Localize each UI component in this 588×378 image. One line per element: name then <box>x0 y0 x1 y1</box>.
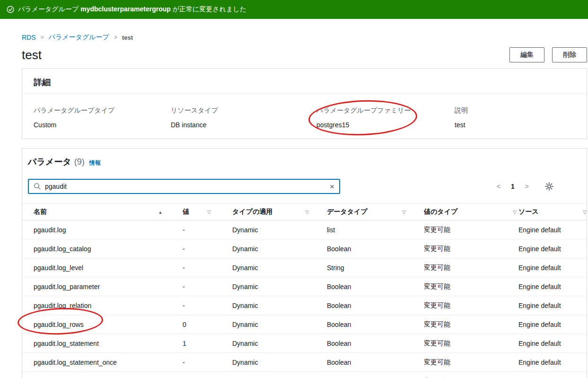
detail-field-value: test <box>455 121 587 129</box>
parameter-source: Engine default <box>518 245 587 253</box>
parameters-count: (9) <box>74 157 85 167</box>
breadcrumb-separator: > <box>114 34 117 41</box>
parameter-row: pgaudit.log_level - Dynamic String 変更可能 … <box>22 258 587 277</box>
parameter-data-type: list <box>327 226 424 234</box>
parameter-name: pgaudit.log_level <box>34 264 183 272</box>
breadcrumb-current: test <box>122 34 133 41</box>
parameter-data-type: String <box>327 264 424 272</box>
banner-text: パラメータグループ mydbclusterparametergroup が正常に… <box>18 5 246 14</box>
column-header[interactable]: 値のタイプ ▽ <box>424 204 518 220</box>
parameter-value: - <box>183 302 232 309</box>
parameter-apply-type: Dynamic <box>232 302 327 309</box>
parameter-source: Engine default <box>518 226 587 234</box>
parameters-card: パラメータ (9) 情報 × < 1 > <box>22 148 587 378</box>
parameter-apply-type: Dynamic <box>232 340 327 347</box>
pagination-page-1[interactable]: 1 <box>511 183 515 190</box>
column-header-label: データタイプ <box>327 208 368 216</box>
parameter-apply-type: Dynamic <box>232 359 327 366</box>
parameters-header: パラメータ (9) 情報 <box>22 149 587 167</box>
breadcrumb-separator: > <box>41 34 44 41</box>
column-header-label: 値のタイプ <box>424 208 457 216</box>
parameter-apply-type: Dynamic <box>232 264 327 272</box>
detail-field: リソースタイプ DB instance <box>171 106 316 129</box>
parameter-source: Engine default <box>518 283 587 290</box>
sort-caret-icon: ▽ <box>583 210 587 215</box>
parameter-value-type: 変更可能 <box>424 320 518 329</box>
parameter-source: Engine default <box>518 302 587 309</box>
parameter-data-type: Boolean <box>327 321 424 328</box>
parameter-data-type: Boolean <box>327 340 424 347</box>
parameter-data-type: Boolean <box>327 283 424 290</box>
page-title: test <box>22 48 42 62</box>
parameter-data-type: Boolean <box>327 302 424 309</box>
parameter-value-type: 変更可能 <box>424 245 518 253</box>
parameter-value: - <box>183 226 232 234</box>
parameter-apply-type: Dynamic <box>232 321 327 328</box>
sort-caret-icon: ▽ <box>402 210 406 215</box>
detail-field-label: パラメータグループファミリー <box>316 106 455 115</box>
column-header[interactable]: 値 ▽ <box>183 204 232 220</box>
parameter-name: pgaudit.log <box>34 226 183 234</box>
parameter-apply-type: Dynamic <box>232 245 327 253</box>
detail-field-label: 説明 <box>455 106 587 115</box>
detail-field-value: Custom <box>34 121 171 129</box>
pagination-next-button[interactable]: > <box>525 183 529 190</box>
column-header-label: ソース <box>518 208 539 216</box>
breadcrumb: RDS > パラメータグループ > test <box>22 33 587 42</box>
parameter-row: pgaudit.log - Dynamic list 変更可能 Engine d… <box>22 220 587 239</box>
parameter-apply-type: Dynamic <box>232 283 327 290</box>
parameter-data-type: Boolean <box>327 245 424 253</box>
search-box[interactable]: × <box>28 179 340 194</box>
check-circle-icon <box>7 6 14 13</box>
parameter-name: pgaudit.log_relation <box>34 302 183 309</box>
column-header[interactable]: タイプの適用 ▽ <box>232 204 327 220</box>
parameter-row: pgaudit.log_statement 1 Dynamic Boolean … <box>22 334 587 353</box>
parameter-value-type: 変更可能 <box>424 226 518 234</box>
parameter-value-type: 変更可能 <box>424 282 518 291</box>
column-header-label: タイプの適用 <box>232 208 272 216</box>
detail-field-label: パラメータグループタイプ <box>34 106 171 115</box>
sort-caret-icon: ▽ <box>207 210 211 215</box>
parameter-name: pgaudit.log_catalog <box>34 245 183 253</box>
parameter-row: pgaudit.log_parameter - Dynamic Boolean … <box>22 277 587 296</box>
sort-caret-icon: ▽ <box>513 210 517 215</box>
parameter-source: Engine default <box>518 340 587 347</box>
info-link[interactable]: 情報 <box>89 159 101 167</box>
delete-button[interactable]: 削除 <box>552 47 587 62</box>
parameter-value: 1 <box>183 340 232 347</box>
breadcrumb-rds-link[interactable]: RDS <box>22 34 36 41</box>
parameter-value-type: 変更可能 <box>424 264 518 272</box>
parameter-value-type: 変更可能 <box>424 301 518 310</box>
page-actions: 編集 削除 <box>509 47 587 62</box>
settings-gear-button[interactable] <box>545 182 553 191</box>
banner-resource-name: mydbclusterparametergroup <box>80 5 171 13</box>
parameter-source: Engine default <box>518 264 587 272</box>
clear-search-button[interactable]: × <box>330 183 334 191</box>
parameter-row: pgaudit.log_relation - Dynamic Boolean 変… <box>22 296 587 315</box>
parameters-title: パラメータ <box>28 156 71 167</box>
parameter-name: pgaudit.log_statement_once <box>34 359 183 366</box>
parameter-row: pgaudit.log_statement_once - Dynamic Boo… <box>22 353 587 372</box>
details-fields: パラメータグループタイプ Custom リソースタイプ DB instance … <box>22 94 587 139</box>
success-banner: パラメータグループ mydbclusterparametergroup が正常に… <box>0 0 588 19</box>
pagination-prev-button[interactable]: < <box>497 183 500 190</box>
column-header[interactable]: データタイプ ▽ <box>327 204 424 220</box>
breadcrumb-parameter-groups-link[interactable]: パラメータグループ <box>49 33 109 42</box>
parameter-apply-type: Dynamic <box>232 226 327 234</box>
edit-button[interactable]: 編集 <box>509 47 544 62</box>
parameter-row: pgaudit.role - Dynamic String 変更可能 Engin… <box>22 372 587 378</box>
parameter-source: Engine default <box>518 321 587 328</box>
parameter-table-header: 名前 ▲ 値 ▽ タイプの適用 ▽ データタイプ ▽ <box>22 203 587 220</box>
gear-icon <box>545 182 553 191</box>
detail-field: パラメータグループファミリー postgres15 <box>316 106 455 129</box>
parameter-name: pgaudit.log_parameter <box>34 283 183 290</box>
parameter-source: Engine default <box>518 359 587 366</box>
sort-caret-icon: ▲ <box>158 210 163 215</box>
parameter-value: - <box>183 264 232 272</box>
column-header[interactable]: ソース ▽ <box>518 204 587 220</box>
detail-field-value: DB instance <box>171 121 316 129</box>
parameter-data-type: Boolean <box>327 359 424 366</box>
parameter-value: - <box>183 359 232 366</box>
column-header[interactable]: 名前 ▲ <box>34 204 183 220</box>
search-input[interactable] <box>45 183 326 190</box>
